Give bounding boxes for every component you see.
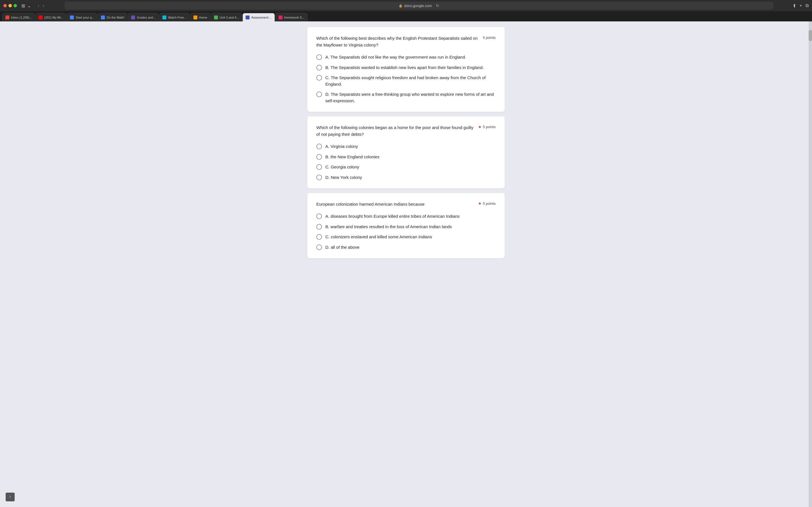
question-card-2: Which of the following colonies began as… [307, 116, 505, 188]
radio-2-C[interactable] [316, 164, 322, 170]
radio-2-D[interactable] [316, 175, 322, 180]
option-text-1-A: A. The Separatists did not like the way … [325, 54, 466, 61]
tab-favicon-assessment [246, 15, 250, 19]
question-header-2: Which of the following colonies began as… [316, 124, 496, 138]
option-2-A[interactable]: A. Virginia colony [316, 144, 496, 150]
tab-watch[interactable]: Watch Free... [159, 13, 190, 21]
minimize-button[interactable] [8, 4, 12, 7]
radio-1-A[interactable] [316, 54, 322, 60]
radio-1-C[interactable] [316, 75, 322, 80]
option-text-3-C: C. colonizers enslaved and killed some A… [325, 234, 432, 240]
question-points-1: 5 points [483, 35, 496, 40]
tab-sis[interactable]: Grades and... [128, 13, 159, 21]
question-header-1: Which of the following best describes wh… [316, 35, 496, 48]
tab-label-math: Do the Math! [107, 16, 124, 19]
tab-label-unit: Unit 3 and 4... [220, 16, 239, 19]
tab-label-home: Home [199, 16, 207, 19]
option-1-D[interactable]: D. The Separatists were a free-thinking … [316, 91, 496, 104]
add-tab-icon[interactable]: + [800, 3, 802, 8]
tab-label-assessment: Assessment:... [251, 16, 271, 19]
tab-label-gmail: Inbox (1,208)... [11, 16, 32, 19]
tab-label-youtube: (201) My Mi... [44, 16, 63, 19]
share-icon[interactable]: ⬆ [793, 3, 796, 8]
scrollbar[interactable] [809, 21, 812, 507]
tab-homework[interactable]: Homework S... [275, 13, 308, 21]
radio-3-D[interactable] [316, 244, 322, 250]
option-3-C[interactable]: C. colonizers enslaved and killed some A… [316, 234, 496, 240]
option-text-3-B: B. warfare and treaties resulted in the … [325, 224, 452, 230]
option-text-1-D: D. The Separatists were a free-thinking … [325, 91, 496, 104]
option-2-C[interactable]: C. Georgia colony [316, 164, 496, 170]
scrollbar-thumb[interactable] [809, 30, 812, 41]
radio-3-B[interactable] [316, 224, 322, 230]
radio-2-A[interactable] [316, 144, 322, 149]
question-text-3: European colonization harmed American In… [316, 201, 478, 208]
maximize-button[interactable] [13, 4, 17, 7]
tab-bar: Inbox (1,208)...(201) My Mi...Start your… [0, 11, 812, 21]
option-text-2-D: D. New York colony [325, 174, 362, 181]
sidebar-toggle-icon: ⊞ [21, 3, 25, 8]
window-controls [3, 4, 17, 7]
question-points-2: ★5 points [478, 124, 496, 129]
tab-favicon-watch [162, 15, 166, 19]
option-text-3-A: A. diseases brought from Europe killed e… [325, 213, 460, 220]
nav-arrows: ‹ › [37, 3, 45, 8]
option-text-2-B: B. the New England colonies [325, 154, 379, 160]
question-card-1: Which of the following best describes wh… [307, 27, 505, 112]
required-star-2: ★ [478, 125, 481, 129]
tab-label-sis: Grades and... [137, 16, 156, 19]
close-button[interactable] [3, 4, 7, 7]
tab-label-watch: Watch Free... [168, 16, 187, 19]
tab-favicon-homework [278, 15, 283, 19]
option-3-D[interactable]: D. all of the above [316, 244, 496, 251]
url-text: docs.google.com [404, 4, 432, 8]
option-2-B[interactable]: B. the New England colonies [316, 154, 496, 160]
question-header-3: European colonization harmed American In… [316, 201, 496, 208]
back-button[interactable]: ‹ [37, 3, 40, 8]
tab-favicon-sis [131, 15, 135, 19]
option-3-A[interactable]: A. diseases brought from Europe killed e… [316, 213, 496, 220]
radio-3-C[interactable] [316, 234, 322, 240]
option-2-D[interactable]: D. New York colony [316, 174, 496, 181]
question-points-3: ★5 points [478, 201, 496, 206]
reload-button[interactable]: ↻ [436, 3, 439, 8]
tab-favicon-youtube [39, 15, 43, 19]
sidebar-toggle[interactable]: ⊞ ⌄ [21, 3, 32, 8]
address-bar[interactable]: 🔒 docs.google.com ↻ [64, 2, 773, 10]
option-text-3-D: D. all of the above [325, 244, 359, 251]
points-text-3: 5 points [483, 202, 496, 206]
tab-docs1[interactable]: Start your q... [67, 13, 97, 21]
tab-favicon-gmail [5, 15, 9, 19]
tabs-overview-icon[interactable]: ⧉ [806, 3, 809, 8]
radio-1-D[interactable] [316, 92, 322, 97]
option-text-1-C: C. The Separatists sought religious free… [325, 75, 496, 87]
option-1-A[interactable]: A. The Separatists did not like the way … [316, 54, 496, 61]
help-button[interactable]: ! [6, 493, 15, 501]
options-list-3: A. diseases brought from Europe killed e… [316, 213, 496, 250]
question-card-3: European colonization harmed American In… [307, 193, 505, 258]
tab-gmail[interactable]: Inbox (1,208)... [2, 13, 35, 21]
option-1-C[interactable]: C. The Separatists sought religious free… [316, 75, 496, 87]
tab-math[interactable]: Do the Math! [98, 13, 128, 21]
content-area: Which of the following best describes wh… [307, 27, 505, 501]
radio-3-A[interactable] [316, 214, 322, 219]
tab-home[interactable]: Home [190, 13, 210, 21]
forward-button[interactable]: › [42, 3, 45, 8]
option-1-B[interactable]: B. The Separatists wanted to establish n… [316, 64, 496, 71]
tab-assessment[interactable]: Assessment:... [243, 13, 274, 21]
question-text-1: Which of the following best describes wh… [316, 35, 483, 48]
option-3-B[interactable]: B. warfare and treaties resulted in the … [316, 224, 496, 230]
tab-favicon-docs1 [70, 15, 74, 19]
option-text-2-A: A. Virginia colony [325, 144, 358, 150]
option-text-1-B: B. The Separatists wanted to establish n… [325, 64, 484, 71]
tab-unit[interactable]: Unit 3 and 4... [211, 13, 242, 21]
radio-2-B[interactable] [316, 154, 322, 160]
tab-favicon-math [101, 15, 105, 19]
page: Which of the following best describes wh… [0, 21, 812, 507]
tab-youtube[interactable]: (201) My Mi... [36, 13, 66, 21]
radio-1-B[interactable] [316, 65, 322, 70]
options-list-1: A. The Separatists did not like the way … [316, 54, 496, 104]
tab-favicon-unit [214, 15, 218, 19]
tab-label-homework: Homework S... [284, 16, 305, 19]
required-star-3: ★ [478, 202, 481, 206]
